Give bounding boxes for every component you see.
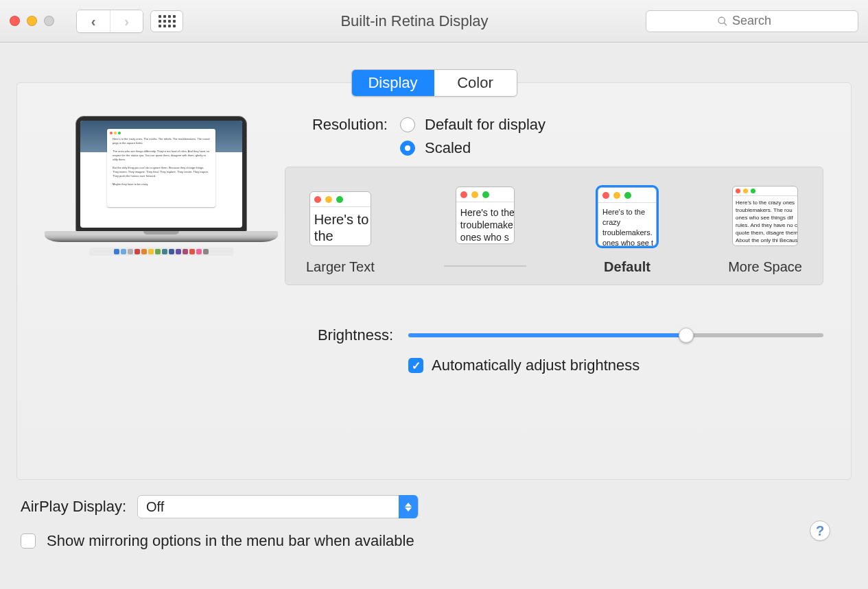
tab-color[interactable]: Color bbox=[434, 70, 517, 96]
close-icon[interactable] bbox=[10, 16, 20, 26]
window-title: Built-in Retina Display bbox=[190, 12, 639, 30]
tab-bar: Display Color bbox=[351, 69, 517, 97]
display-panel: Display Color Here's to the crazy ones. … bbox=[16, 82, 852, 480]
auto-brightness-label: Automatically adjust brightness bbox=[432, 357, 640, 374]
brightness-slider[interactable] bbox=[408, 333, 823, 337]
search-input[interactable] bbox=[732, 14, 787, 28]
scale-option-2[interactable]: Here's to the troublemakers. ones who s bbox=[444, 184, 526, 275]
device-preview: Here's to the crazy ones. The misfits. T… bbox=[45, 116, 278, 479]
slider-knob[interactable] bbox=[679, 328, 694, 343]
mirroring-checkbox[interactable] bbox=[21, 533, 36, 549]
airplay-value: Off bbox=[146, 499, 164, 515]
window-controls bbox=[10, 16, 54, 26]
radio-default-for-display[interactable] bbox=[400, 117, 415, 132]
footer: AirPlay Display: Off Show mirroring opti… bbox=[0, 480, 868, 550]
scale-option-larger-text[interactable]: Here's to the troublemakers. Larger Text bbox=[306, 189, 375, 275]
radio-scaled-text: Scaled bbox=[425, 139, 471, 157]
svg-point-0 bbox=[718, 17, 725, 23]
brightness-label: Brightness: bbox=[298, 326, 393, 344]
preview-document: Here's to the crazy ones. The misfits. T… bbox=[107, 129, 215, 207]
back-button[interactable]: ‹ bbox=[77, 10, 110, 32]
radio-scaled[interactable] bbox=[400, 141, 415, 156]
airplay-select[interactable]: Off bbox=[137, 495, 419, 518]
zoom-icon bbox=[44, 16, 54, 26]
chevron-right-icon: › bbox=[124, 14, 129, 28]
airplay-label: AirPlay Display: bbox=[21, 498, 126, 516]
auto-brightness-checkbox[interactable] bbox=[408, 358, 423, 373]
minimize-icon[interactable] bbox=[27, 16, 37, 26]
window-toolbar: ‹ › Built-in Retina Display bbox=[0, 0, 868, 43]
chevron-left-icon: ‹ bbox=[91, 14, 96, 28]
search-field[interactable] bbox=[646, 10, 858, 32]
resolution-scale-picker: Here's to the troublemakers. Larger Text… bbox=[285, 167, 823, 285]
select-stepper-icon bbox=[399, 495, 418, 518]
show-all-button[interactable] bbox=[150, 10, 183, 32]
svg-line-1 bbox=[724, 23, 727, 25]
grid-icon bbox=[159, 15, 176, 27]
scale-option-more-space[interactable]: Here's to the crazy ones troublemakers. … bbox=[728, 184, 802, 275]
tab-display[interactable]: Display bbox=[352, 70, 434, 96]
mirroring-label: Show mirroring options in the menu bar w… bbox=[47, 532, 414, 550]
scale-option-default[interactable]: Here's to the crazy troublemakers. ones … bbox=[596, 185, 659, 275]
forward-button: › bbox=[110, 10, 143, 32]
radio-default-text: Default for display bbox=[425, 116, 546, 134]
resolution-label: Resolution: bbox=[298, 116, 388, 134]
nav-segment: ‹ › bbox=[76, 10, 143, 33]
help-button[interactable]: ? bbox=[810, 520, 830, 541]
search-icon bbox=[717, 16, 728, 27]
